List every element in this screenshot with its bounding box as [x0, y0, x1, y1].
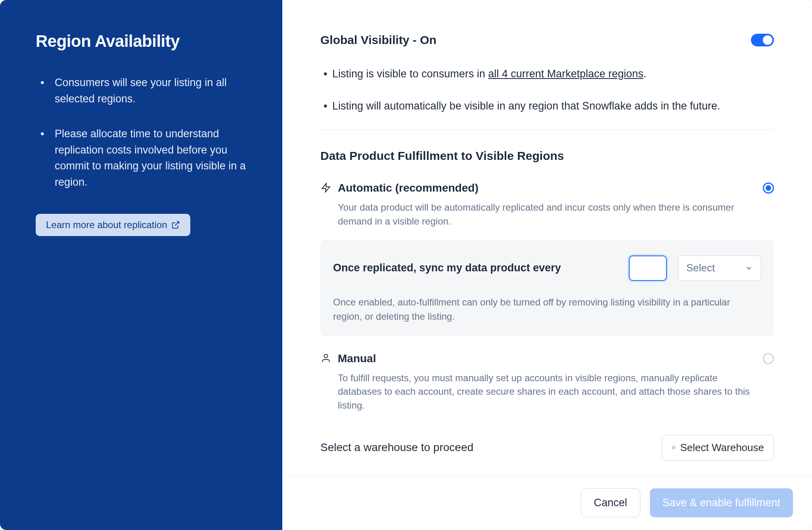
sidebar-bullet-list: Consumers will see your listing in all s… — [36, 75, 247, 190]
sidebar-title: Region Availability — [36, 32, 247, 51]
person-icon — [320, 352, 331, 363]
option-body: Automatic (recommended) Your data produc… — [338, 182, 756, 229]
fulfillment-option-manual: Manual To fulfill requests, you must man… — [320, 352, 774, 413]
main-panel: Global Visibility - On Listing is visibl… — [282, 0, 812, 530]
sync-settings-box: Once replicated, sync my data product ev… — [320, 240, 774, 336]
status-dot-icon — [672, 446, 676, 449]
global-visibility-bullets: Listing is visible to consumers in all 4… — [320, 66, 774, 114]
sidebar-bullet: Please allocate time to understand repli… — [36, 126, 247, 190]
svg-line-0 — [175, 222, 179, 226]
sidebar-bullet: Consumers will see your listing in all s… — [36, 75, 247, 107]
lightning-icon — [320, 182, 331, 193]
warehouse-button-label: Select Warehouse — [680, 442, 764, 454]
external-link-icon — [171, 221, 180, 229]
sync-label: Once replicated, sync my data product ev… — [333, 262, 618, 274]
radio-manual[interactable] — [763, 353, 774, 364]
fulfillment-option-automatic: Automatic (recommended) Your data produc… — [320, 182, 774, 336]
option-body: Manual To fulfill requests, you must man… — [338, 352, 756, 413]
marketplace-regions-link[interactable]: all 4 current Marketplace regions — [488, 68, 643, 80]
sync-unit-select[interactable]: Select — [678, 255, 761, 281]
sync-select-placeholder: Select — [686, 262, 715, 274]
footer: Cancel Save & enable fulfillment — [282, 475, 812, 530]
main-content: Global Visibility - On Listing is visibl… — [282, 0, 812, 475]
learn-more-replication-link[interactable]: Learn more about replication — [36, 214, 190, 236]
gv-bullet-text: . — [643, 68, 647, 80]
global-visibility-title: Global Visibility - On — [320, 33, 437, 47]
svg-marker-1 — [322, 183, 330, 192]
option-title: Manual — [338, 352, 756, 365]
warehouse-label: Select a warehouse to proceed — [320, 441, 473, 454]
select-warehouse-button[interactable]: Select Warehouse — [662, 435, 774, 461]
warehouse-row: Select a warehouse to proceed Select War… — [320, 435, 774, 461]
option-header: Automatic (recommended) Your data produc… — [320, 182, 774, 229]
option-header: Manual To fulfill requests, you must man… — [320, 352, 774, 413]
learn-more-label: Learn more about replication — [46, 219, 167, 230]
sync-row: Once replicated, sync my data product ev… — [333, 255, 761, 281]
gv-bullet: Listing will automatically be visible in… — [320, 98, 774, 114]
chevron-down-icon — [745, 264, 753, 272]
sidebar: Region Availability Consumers will see y… — [0, 0, 282, 530]
global-visibility-toggle[interactable] — [751, 34, 774, 46]
option-description: To fulfill requests, you must manually s… — [338, 371, 756, 413]
divider — [320, 130, 774, 130]
option-description: Your data product will be automatically … — [338, 201, 756, 229]
cancel-button[interactable]: Cancel — [581, 488, 640, 517]
save-enable-fulfillment-button[interactable]: Save & enable fulfillment — [650, 488, 793, 517]
fulfillment-section-title: Data Product Fulfillment to Visible Regi… — [320, 149, 774, 163]
radio-automatic[interactable] — [763, 182, 774, 194]
global-visibility-row: Global Visibility - On — [320, 33, 774, 47]
gv-bullet: Listing is visible to consumers in all 4… — [320, 66, 774, 82]
sync-note: Once enabled, auto-fulfillment can only … — [333, 295, 761, 324]
option-title: Automatic (recommended) — [338, 182, 756, 194]
sync-interval-input[interactable] — [629, 255, 667, 281]
gv-bullet-text: Listing is visible to consumers in — [332, 68, 488, 80]
region-availability-modal: Region Availability Consumers will see y… — [0, 0, 812, 530]
svg-point-2 — [324, 354, 328, 358]
